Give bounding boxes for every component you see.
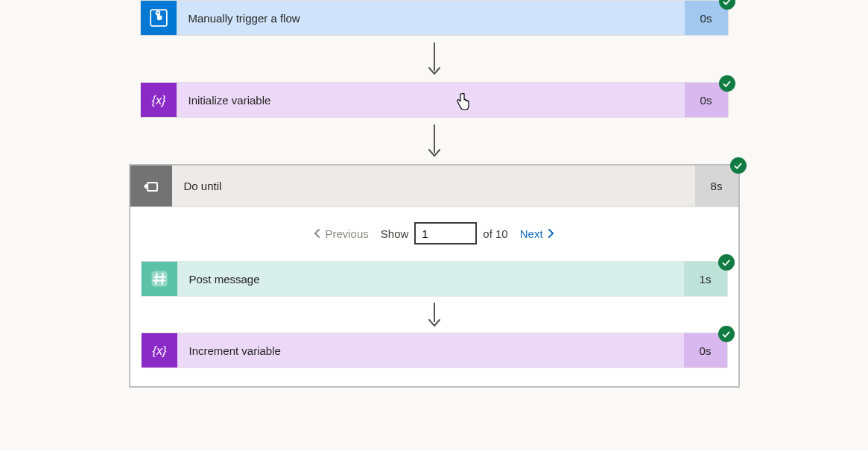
svg-text:{x}: {x} xyxy=(152,344,167,357)
svg-text:{x}: {x} xyxy=(151,93,166,107)
pager-show-label: Show xyxy=(381,227,409,240)
step-duration: 8s xyxy=(695,165,738,206)
success-check-icon xyxy=(719,75,735,92)
step-title: Initialize variable xyxy=(177,83,685,117)
connector-arrow-icon xyxy=(140,36,729,82)
step-title: Manually trigger a flow xyxy=(177,1,685,35)
variable-icon: {x} xyxy=(141,83,177,117)
step-increment-variable[interactable]: {x} Increment variable 0s xyxy=(141,332,728,368)
success-check-icon xyxy=(718,326,735,342)
step-title: Do until xyxy=(172,165,695,206)
pager-next-label: Next xyxy=(520,227,543,240)
pager-previous-label: Previous xyxy=(325,227,368,240)
pager-previous[interactable]: Previous xyxy=(313,227,368,240)
svg-rect-5 xyxy=(148,183,157,191)
success-check-icon xyxy=(718,254,735,271)
step-title: Post message xyxy=(177,262,684,296)
step-post-message[interactable]: Post message 1s xyxy=(141,261,728,297)
pager-next[interactable]: Next xyxy=(520,227,555,240)
flow-canvas: Manually trigger a flow 0s {x} Initializ… xyxy=(0,0,868,403)
manual-trigger-icon xyxy=(141,1,177,35)
do-until-icon xyxy=(130,165,172,206)
iteration-pager: Previous Show of 10 Next xyxy=(141,222,728,245)
step-do-until[interactable]: Do until 8s Previous Show of 10 Next xyxy=(129,164,740,388)
connector-arrow-icon xyxy=(141,297,728,332)
pager-page-input[interactable] xyxy=(414,222,477,245)
connector-arrow-icon xyxy=(140,118,729,164)
success-check-icon xyxy=(730,157,747,174)
svg-point-1 xyxy=(156,11,159,15)
pager-total-label: of 10 xyxy=(483,227,507,240)
slack-hash-icon xyxy=(142,262,177,296)
variable-icon: {x} xyxy=(142,333,177,368)
step-initialize-variable[interactable]: {x} Initialize variable 0s xyxy=(140,82,729,118)
do-until-header[interactable]: Do until 8s xyxy=(130,165,738,207)
step-trigger[interactable]: Manually trigger a flow 0s xyxy=(140,0,729,36)
step-title: Increment variable xyxy=(177,333,684,368)
do-until-body: Previous Show of 10 Next xyxy=(130,207,738,386)
svg-rect-6 xyxy=(151,271,167,287)
